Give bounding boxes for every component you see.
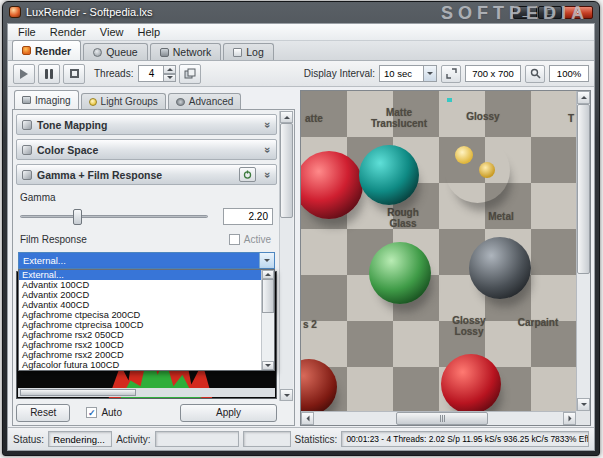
tab-render[interactable]: Render xyxy=(12,40,81,60)
minimize-button[interactable]: _ xyxy=(513,6,537,19)
dropdown-option[interactable]: Advantix 100CD xyxy=(19,280,261,290)
threads-decrement-button[interactable] xyxy=(164,74,176,83)
scroll-down-button[interactable] xyxy=(577,398,590,411)
tab-log[interactable]: Log xyxy=(223,43,274,60)
render-viewport: atte Matte Translucent Glossy T Rough Gl… xyxy=(300,90,591,426)
film-response-combo[interactable]: External... xyxy=(18,252,275,269)
menu-render[interactable]: Render xyxy=(43,25,93,39)
threads-increment-button[interactable] xyxy=(164,65,176,74)
section-color-space[interactable]: Color Space xyxy=(16,139,277,160)
dropdown-scroll-thumb[interactable] xyxy=(262,279,274,313)
stop-button[interactable] xyxy=(63,64,85,84)
dropdown-option[interactable]: Agfachrome rsx2 200CD xyxy=(19,350,261,360)
dropdown-option[interactable]: Agfachrome ctprecisa 100CD xyxy=(19,320,261,330)
carpaint-sphere xyxy=(441,354,501,411)
scroll-up-button[interactable] xyxy=(280,111,293,123)
arrow-down-icon xyxy=(581,403,587,406)
scroll-up-button[interactable] xyxy=(577,91,590,104)
threads-value[interactable]: 4 xyxy=(138,65,164,82)
collapse-chevron-icon xyxy=(262,146,274,152)
dropdown-option[interactable]: Advantix 400CD xyxy=(19,300,261,310)
gamma-value-field[interactable]: 2.20 xyxy=(223,208,273,225)
menu-help[interactable]: Help xyxy=(130,25,167,39)
render-vertical-scrollbar[interactable] xyxy=(576,91,590,411)
scroll-up-button[interactable] xyxy=(262,270,274,279)
imaging-panel: Imaging Light Groups Advanced Tone Mappi xyxy=(12,90,295,426)
combo-arrow-icon xyxy=(423,66,436,81)
title-bar[interactable]: LuxRender - Softpedia.lxs _ □ × xyxy=(3,2,599,22)
status-label: Status: xyxy=(13,434,44,445)
tab-network[interactable]: Network xyxy=(150,43,222,60)
gamma-slider[interactable] xyxy=(20,215,208,218)
zoom-button[interactable] xyxy=(525,65,545,83)
activity-progress-box xyxy=(155,431,239,447)
statistics-value-box: 00:01:23 - 4 Threads: 2.02 S/p 11.95 kS/… xyxy=(341,431,589,447)
fit-view-button[interactable] xyxy=(441,65,461,83)
zoom-level-box[interactable]: 100% xyxy=(549,65,589,82)
render-horizontal-scrollbar[interactable] xyxy=(301,411,576,425)
render-artifact xyxy=(447,98,452,102)
tab-advanced-label: Advanced xyxy=(189,96,233,107)
dropdown-option[interactable]: Agfachrome rsx2 100CD xyxy=(19,340,261,350)
resume-button[interactable] xyxy=(13,64,35,84)
vertical-scroll-thumb[interactable] xyxy=(577,104,590,274)
matte-translucent-sphere xyxy=(301,151,363,219)
client-area: File Render View Help Render Queue Netwo… xyxy=(7,23,595,451)
maximize-button[interactable]: □ xyxy=(538,6,562,19)
display-interval-combo[interactable]: 10 sec xyxy=(379,65,437,82)
gear-icon xyxy=(176,98,185,106)
section-tone-mapping[interactable]: Tone Mapping xyxy=(16,114,277,135)
resolution-box[interactable]: 700 x 700 xyxy=(465,65,521,82)
tab-log-label: Log xyxy=(246,46,264,58)
reset-button[interactable]: Reset xyxy=(16,404,70,422)
pause-button[interactable] xyxy=(38,64,60,84)
threads-label: Threads: xyxy=(94,68,133,79)
color-space-icon xyxy=(22,145,32,155)
panel-footer: Reset Auto Apply xyxy=(16,403,277,422)
tone-mapping-icon xyxy=(22,120,32,130)
histogram-scrollbar[interactable] xyxy=(18,388,275,397)
scroll-left-button[interactable] xyxy=(301,412,314,425)
apply-button[interactable]: Apply xyxy=(180,404,277,422)
dropdown-scrollbar[interactable] xyxy=(261,270,274,370)
tab-imaging[interactable]: Imaging xyxy=(14,90,79,109)
panel-scrollbar[interactable] xyxy=(279,111,293,401)
scroll-right-button[interactable] xyxy=(563,412,576,425)
section-gamma-film-response[interactable]: Gamma + Film Response xyxy=(16,164,277,185)
gamma-slider-handle[interactable] xyxy=(73,209,82,225)
scroll-down-button[interactable] xyxy=(280,389,293,401)
power-icon xyxy=(243,170,252,179)
section-enable-button[interactable] xyxy=(239,167,256,182)
tab-imaging-label: Imaging xyxy=(35,95,71,106)
dropdown-option[interactable]: Advantix 200CD xyxy=(19,290,261,300)
tab-light-groups[interactable]: Light Groups xyxy=(81,93,166,109)
tab-advanced[interactable]: Advanced xyxy=(168,93,241,109)
arrow-down-icon xyxy=(167,76,173,79)
material-label: Metal xyxy=(473,211,529,222)
active-checkbox[interactable] xyxy=(229,234,240,245)
auto-checkbox[interactable] xyxy=(86,407,97,418)
threads-spinner: 4 xyxy=(138,65,176,82)
collapse-chevron-icon xyxy=(262,171,274,177)
display-interval-label: Display Interval: xyxy=(304,68,375,79)
auto-checkbox-row: Auto xyxy=(86,407,122,418)
panel-scroll-thumb[interactable] xyxy=(280,123,293,218)
menu-file[interactable]: File xyxy=(11,25,43,39)
histogram-scroll-thumb[interactable] xyxy=(20,389,136,396)
dropdown-option[interactable]: External... xyxy=(19,270,261,280)
dropdown-option[interactable]: Agfachrome rsx2 050CD xyxy=(19,330,261,340)
scroll-down-button[interactable] xyxy=(262,361,274,370)
horizontal-scroll-thumb[interactable] xyxy=(396,412,488,425)
film-response-active-row: Active xyxy=(229,234,271,245)
zoom-level-value: 100% xyxy=(557,68,581,79)
dropdown-option[interactable]: Agfachrome ctpecisa 200CD xyxy=(19,310,261,320)
dropdown-option[interactable]: Agfacolor futura 100CD xyxy=(19,360,261,370)
tab-queue[interactable]: Queue xyxy=(83,43,148,60)
snapshot-button[interactable] xyxy=(179,64,201,84)
menu-view[interactable]: View xyxy=(93,25,131,39)
main-tab-bar: Render Queue Network Log xyxy=(8,41,594,61)
close-button[interactable]: × xyxy=(563,6,593,19)
imaging-icon xyxy=(22,96,31,104)
rendered-image[interactable]: atte Matte Translucent Glossy T Rough Gl… xyxy=(301,91,576,411)
arrow-up-icon xyxy=(284,116,290,119)
